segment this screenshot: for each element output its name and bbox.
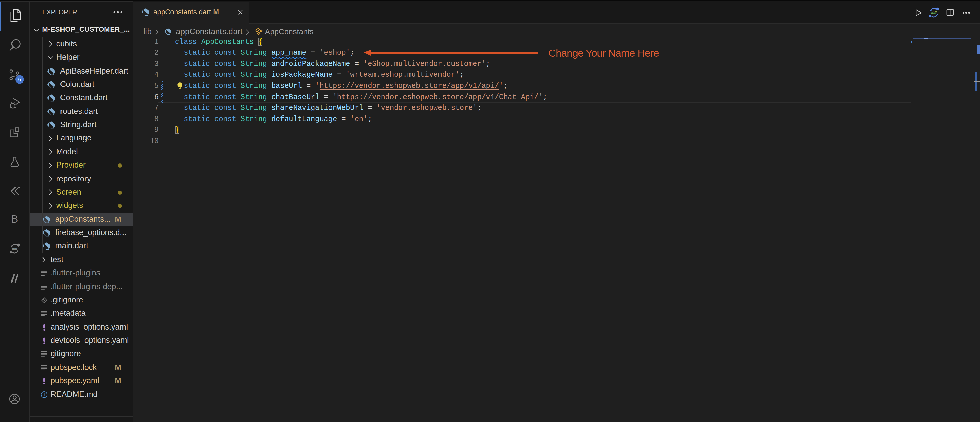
svg-text:diff: diff (931, 11, 937, 14)
